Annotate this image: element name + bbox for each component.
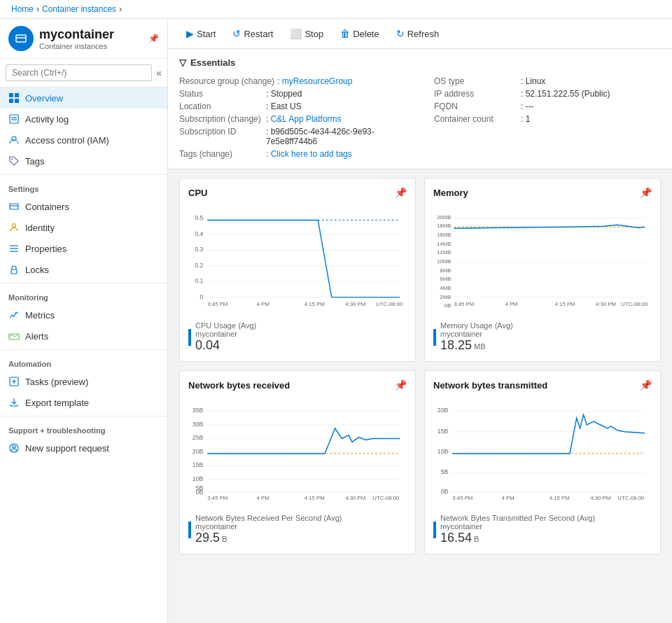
network-received-pin-icon[interactable]: 📌	[395, 379, 407, 391]
resource-title: mycontainer	[39, 27, 114, 42]
essentials-row-fqdn: FQDN : ---	[434, 100, 661, 113]
stop-button[interactable]: ⬜ Stop	[283, 24, 330, 43]
svg-text:35B: 35B	[192, 407, 204, 414]
svg-text:4:15 PM: 4:15 PM	[555, 301, 575, 307]
svg-text:15B: 15B	[438, 428, 449, 435]
search-input[interactable]	[6, 64, 152, 81]
network-transmitted-svg: 20B 15B 10B 5B 0B	[433, 396, 652, 508]
identity-icon	[8, 222, 20, 233]
svg-rect-4	[9, 99, 13, 103]
svg-text:4:15 PM: 4:15 PM	[550, 495, 570, 501]
memory-legend-label: Memory Usage (Avg)	[440, 321, 513, 330]
svg-rect-3	[15, 93, 19, 97]
sidebar-item-tasks[interactable]: Tasks (preview)	[0, 371, 167, 392]
svg-point-24	[13, 445, 15, 448]
access-control-label: Access control (IAM)	[25, 135, 109, 146]
pin-icon[interactable]: 📌	[148, 34, 159, 43]
properties-label: Properties	[25, 244, 66, 254]
memory-pin-icon[interactable]: 📌	[640, 187, 652, 198]
svg-text:4:15 PM: 4:15 PM	[304, 301, 325, 307]
essentials-row-tags: Tags (change) : Click here to add tags	[179, 148, 406, 160]
section-settings: Settings	[0, 178, 167, 196]
essentials-section: ▽ Essentials Resource group (change) : m…	[168, 49, 672, 169]
network-transmitted-legend-unit: B	[474, 535, 479, 543]
locks-label: Locks	[25, 265, 49, 275]
tags-label: Tags	[25, 156, 44, 167]
cpu-chart-svg: 0.5 0.4 0.3 0.2 0.1 0	[188, 204, 407, 316]
start-button[interactable]: ▶ Start	[179, 24, 223, 43]
svg-text:0.1: 0.1	[195, 277, 203, 284]
sidebar-item-tags[interactable]: Tags	[0, 150, 167, 172]
svg-text:4:30 PM: 4:30 PM	[345, 301, 365, 307]
sidebar-item-alerts[interactable]: Alerts	[0, 326, 167, 346]
essentials-row-ip: IP address : 52.151.222.55 (Public)	[434, 88, 661, 100]
sidebar-item-activity-log[interactable]: Activity log	[0, 108, 167, 130]
charts-area: CPU 📌 0.5 0.4 0.3 0.2 0.1 0	[168, 169, 672, 563]
delete-button[interactable]: 🗑 Delete	[333, 24, 386, 43]
network-received-legend-bar	[188, 522, 191, 538]
svg-text:6MB: 6MB	[440, 276, 451, 282]
cpu-pin-icon[interactable]: 📌	[395, 187, 407, 198]
breadcrumb-sep1: ›	[36, 4, 39, 14]
svg-rect-2	[9, 93, 13, 97]
sidebar-item-access-control[interactable]: Access control (IAM)	[0, 130, 167, 150]
svg-point-10	[11, 158, 13, 160]
network-transmitted-legend: Network Bytes Transmitted Per Second (Av…	[433, 514, 652, 545]
cpu-legend-text-block: CPU Usage (Avg) mycontainer 0.04	[195, 321, 256, 353]
breadcrumb-home[interactable]: Home	[11, 4, 34, 14]
svg-text:10B: 10B	[438, 448, 449, 455]
restart-button[interactable]: ↺ Restart	[225, 24, 280, 43]
sidebar-item-metrics[interactable]: Metrics	[0, 304, 167, 326]
stop-icon: ⬜	[290, 28, 302, 39]
resource-subtitle: Container instances	[39, 42, 114, 50]
svg-text:0B: 0B	[196, 489, 204, 496]
cpu-legend-sublabel: mycontainer	[195, 330, 256, 338]
svg-text:3:45 PM: 3:45 PM	[452, 495, 472, 501]
svg-point-13	[13, 224, 16, 227]
export-icon	[8, 397, 20, 408]
tags-link[interactable]: Click here to add tags	[271, 149, 352, 159]
refresh-button[interactable]: ↻ Refresh	[389, 24, 447, 43]
memory-legend-sublabel: mycontainer	[440, 330, 513, 338]
sidebar-item-support[interactable]: New support request	[0, 438, 167, 458]
sidebar-item-export[interactable]: Export template	[0, 392, 167, 413]
sidebar-item-containers[interactable]: Containers	[0, 196, 167, 217]
svg-text:0B: 0B	[441, 488, 449, 495]
collapse-icon[interactable]: «	[156, 67, 162, 78]
cpu-chart-container: 0.5 0.4 0.3 0.2 0.1 0	[188, 204, 407, 316]
sidebar-item-properties[interactable]: Properties	[0, 238, 167, 259]
memory-chart-title: Memory	[433, 188, 468, 198]
cpu-chart-title: CPU	[188, 188, 207, 198]
memory-legend-unit: MB	[474, 342, 486, 351]
subid-value: b96d505c-4e34-426c-9e93-7e5e8ff744b6	[266, 127, 374, 146]
network-transmitted-pin-icon[interactable]: 📌	[640, 379, 652, 391]
essentials-row-rg: Resource group (change) : myResourceGrou…	[179, 75, 406, 88]
svg-rect-11	[10, 204, 18, 209]
svg-rect-0	[16, 35, 26, 42]
essentials-row-subid: Subscription ID : b96d505c-4e34-426c-9e9…	[179, 125, 406, 148]
svg-text:25B: 25B	[192, 434, 204, 441]
sidebar-item-locks[interactable]: Locks	[0, 259, 167, 280]
svg-text:4 PM: 4 PM	[257, 301, 270, 307]
sidebar-item-overview[interactable]: Overview	[0, 88, 167, 108]
svg-text:30B: 30B	[192, 421, 204, 428]
svg-text:10MB: 10MB	[437, 258, 451, 265]
activity-log-icon	[8, 113, 20, 125]
sidebar-item-identity[interactable]: Identity	[0, 217, 167, 238]
containers-icon	[8, 201, 20, 212]
svg-text:UTC-08:00: UTC-08:00	[376, 301, 403, 307]
start-icon: ▶	[186, 28, 194, 39]
svg-text:16MB: 16MB	[437, 232, 451, 238]
alerts-label: Alerts	[25, 331, 48, 342]
svg-text:12MB: 12MB	[437, 249, 451, 255]
network-transmitted-legend-sublabel: mycontainer	[440, 522, 595, 531]
tasks-label: Tasks (preview)	[25, 377, 88, 387]
fqdn-value: ---	[526, 102, 534, 111]
os-value: Linux	[526, 76, 546, 86]
support-icon	[8, 442, 20, 454]
breadcrumb-container-instances[interactable]: Container instances	[42, 4, 116, 14]
essentials-header[interactable]: ▽ Essentials	[179, 57, 661, 68]
rg-link[interactable]: myResourceGroup	[282, 76, 353, 86]
subscription-link[interactable]: C&L App Platforms	[271, 114, 342, 124]
containers-label: Containers	[25, 202, 69, 212]
